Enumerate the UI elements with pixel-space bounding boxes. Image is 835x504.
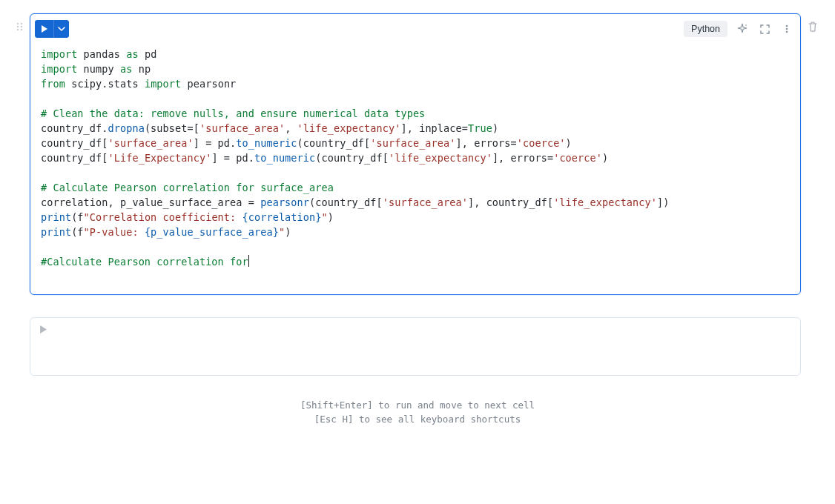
code-text: ], country_df[ <box>468 196 553 208</box>
string: 'Life_Expectancy' <box>108 152 212 164</box>
text-cursor <box>248 255 249 267</box>
hint-shortcuts: [Esc H] to see all keyboard shortcuts <box>10 412 825 426</box>
code-text: ) <box>566 137 572 149</box>
keyboard-hints: [Shift+Enter] to run and move to next ce… <box>10 398 825 426</box>
string: 'surface_area' <box>370 137 455 149</box>
string: " <box>322 211 328 223</box>
svg-point-7 <box>786 25 788 27</box>
notebook-workspace: Python import pandas as pd import numpy … <box>0 0 835 440</box>
svg-point-1 <box>21 23 22 24</box>
code-text: (country_df[ <box>297 137 371 149</box>
hint-run: [Shift+Enter] to run and move to next ce… <box>10 398 825 412</box>
string: 'surface_area' <box>199 122 285 134</box>
comment: # Calculate Pearson correlation for surf… <box>41 182 334 193</box>
identifier: pearsonr <box>188 78 237 90</box>
keyword: import <box>41 63 77 75</box>
sparkle-icon <box>736 23 748 35</box>
chevron-down-icon <box>58 25 65 33</box>
identifier: numpy <box>84 63 114 75</box>
string: "P-value: <box>84 226 145 238</box>
code-text: country_df[ <box>41 137 108 149</box>
code-text: (subset=[ <box>145 122 199 134</box>
string: 'coerce' <box>517 137 566 149</box>
code-text: country_df[ <box>41 152 108 164</box>
svg-point-6 <box>745 24 747 26</box>
fstring-expr: {correlation} <box>242 211 322 223</box>
svg-point-8 <box>786 28 788 30</box>
code-text: (f <box>71 226 83 238</box>
svg-point-4 <box>17 29 19 30</box>
code-text: ) <box>285 226 291 238</box>
function: print <box>41 211 71 223</box>
run-button-group <box>35 20 69 38</box>
fstring-expr: {p_value_surface_area} <box>145 226 279 238</box>
identifier: pandas <box>84 48 120 60</box>
string: 'coerce' <box>553 152 602 164</box>
string: " <box>279 226 285 238</box>
code-text: ] = pd. <box>194 137 237 149</box>
code-text: ], errors= <box>456 137 517 149</box>
expand-button[interactable] <box>757 21 772 36</box>
code-text: , <box>285 122 297 134</box>
cell-drag-handle-empty <box>10 317 30 326</box>
keyword: import <box>41 48 77 60</box>
string: 'surface_area' <box>108 137 194 149</box>
svg-point-0 <box>17 23 19 24</box>
identifier: np <box>139 63 151 75</box>
code-text: (country_df[ <box>309 196 383 208</box>
identifier: pd <box>145 48 156 60</box>
function: pearsonr <box>260 196 309 208</box>
code-text: ], inplace= <box>400 122 468 134</box>
string: 'life_expectancy' <box>389 152 492 164</box>
identifier: scipy.stats <box>71 78 139 90</box>
code-editor[interactable]: import pandas as pd import numpy as np f… <box>30 39 800 294</box>
cell-drag-handle[interactable] <box>10 13 30 31</box>
comment: # Clean the data: remove nulls, and ensu… <box>41 107 425 119</box>
keyword: as <box>120 63 132 75</box>
code-text: ] = pd. <box>211 152 254 164</box>
code-text: ]) <box>657 196 669 208</box>
code-text: (f <box>71 211 83 223</box>
svg-point-5 <box>21 29 22 30</box>
code-text: ], errors= <box>492 152 553 164</box>
cell-menu-button[interactable] <box>779 21 794 36</box>
trash-icon[interactable] <box>807 21 819 33</box>
code-cell-empty[interactable] <box>30 317 801 376</box>
function: to_numeric <box>254 152 315 164</box>
function: dropna <box>108 122 145 134</box>
expand-icon <box>759 24 770 35</box>
kebab-icon <box>782 24 792 34</box>
play-icon <box>41 25 48 33</box>
run-options-button[interactable] <box>54 20 69 38</box>
function: print <box>41 226 71 238</box>
keyword: import <box>145 78 181 90</box>
play-icon[interactable] <box>39 325 47 334</box>
code-text: ) <box>328 211 334 223</box>
language-selector[interactable]: Python <box>684 21 727 37</box>
svg-point-3 <box>21 26 22 27</box>
string: 'life_expectancy' <box>297 122 401 134</box>
drag-icon <box>16 22 24 31</box>
run-button[interactable] <box>35 20 54 38</box>
ai-assist-button[interactable] <box>735 21 750 36</box>
cell-row: Python import pandas as pd import numpy … <box>10 13 825 295</box>
cell-row <box>10 317 825 376</box>
function: to_numeric <box>236 137 297 149</box>
code-text: ) <box>602 152 608 164</box>
code-text: country_df. <box>41 122 108 134</box>
code-text: (country_df[ <box>315 152 389 164</box>
string: "Correlation coefficient: <box>84 211 242 223</box>
keyword: from <box>41 78 65 90</box>
code-text: ) <box>492 122 498 134</box>
string: 'surface_area' <box>383 196 468 208</box>
cell-toolbar: Python <box>30 14 800 39</box>
code-text: correlation, p_value_surface_area = <box>41 196 260 208</box>
comment: #Calculate Pearson correlation for <box>41 256 248 268</box>
svg-point-9 <box>786 31 788 33</box>
string: 'life_expectancy' <box>553 196 657 208</box>
boolean: True <box>468 122 492 134</box>
code-cell-active[interactable]: Python import pandas as pd import numpy … <box>30 13 801 295</box>
svg-point-2 <box>17 26 19 27</box>
keyword: as <box>126 48 138 60</box>
